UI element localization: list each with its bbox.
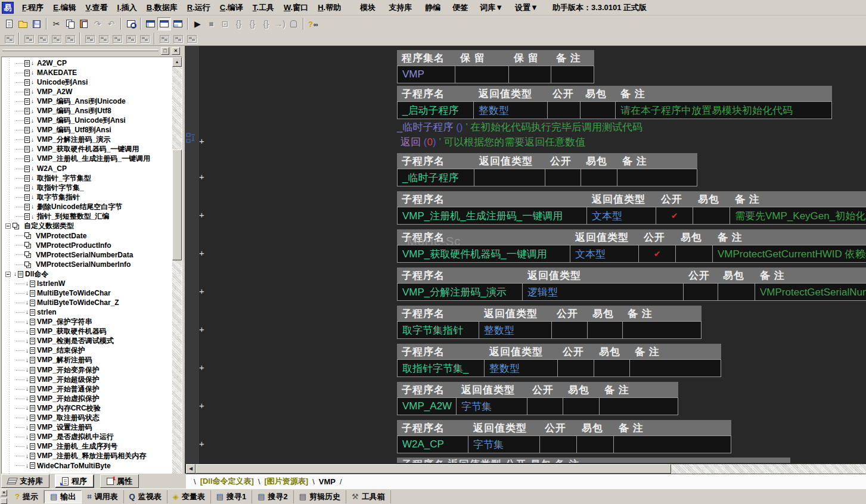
table-cell[interactable]: VMProtectGetCurrentHWID 依赖sdk <box>713 245 866 263</box>
tree-item[interactable]: ↓VMP_A2W <box>2 87 172 97</box>
table-cell[interactable] <box>614 435 731 453</box>
tree-item[interactable]: ↓VMP_取注册码状态 <box>2 413 172 422</box>
table-cell[interactable] <box>551 66 594 83</box>
tree-item[interactable]: ↓取字节集指针 <box>2 192 172 202</box>
scroll-up-icon[interactable]: ▲ <box>172 57 182 67</box>
menu-item[interactable]: E.编辑 <box>48 1 80 14</box>
status-button-搜寻2[interactable]: ▤搜寻2 <box>252 490 294 503</box>
panel-tab-程序[interactable]: 程序 <box>55 474 94 488</box>
table-cell[interactable]: 整数型 <box>479 321 552 339</box>
panel-tab-支持库[interactable]: 支持库 <box>1 474 49 488</box>
table-cell[interactable]: 文本型 <box>570 245 639 263</box>
tree-item[interactable]: ↓VMP_检测是否调试模式 <box>2 337 172 346</box>
new-file-icon[interactable] <box>2 17 16 30</box>
table-cell[interactable]: 整数型 <box>474 101 548 119</box>
tree-item[interactable]: ↓VMP_编码_Ansi到Unicode <box>2 97 172 106</box>
tree-item[interactable]: ↓取指针字节集_ <box>2 183 172 192</box>
fit-both-icon[interactable] <box>185 32 198 45</box>
tree-item[interactable]: 自定义数据类型 <box>2 222 172 231</box>
menu-item[interactable]: I.插入 <box>113 1 142 14</box>
tree-item[interactable]: VMProtectSerialNumberData <box>2 250 172 260</box>
tree-item[interactable]: ↓VMP_结束保护 <box>2 346 172 356</box>
align-bottom-icon[interactable] <box>63 32 77 45</box>
table-cell[interactable] <box>527 397 563 415</box>
table-cell[interactable] <box>558 359 594 377</box>
align-top-icon[interactable] <box>49 32 63 45</box>
tree-item[interactable]: ↓VMP_内存CRC校验 <box>2 403 172 413</box>
menu-item[interactable]: 静编 <box>420 1 445 14</box>
table-cell[interactable] <box>693 207 730 225</box>
menu-item[interactable]: C.编译 <box>215 1 248 14</box>
tree-item[interactable]: ↓VMP_编码_Ansi到Utf8 <box>2 106 172 116</box>
tree-item[interactable]: ↓A2W_CP <box>2 58 172 68</box>
center-vertical-icon[interactable] <box>97 32 110 45</box>
fit-height-icon[interactable] <box>171 32 185 45</box>
table-cell[interactable] <box>581 101 616 119</box>
help-search-icon[interactable]: ?∞ <box>306 17 320 30</box>
table-cell[interactable]: VMProtectGetSerialNumberData 依赖sdk <box>755 283 866 301</box>
cut-icon[interactable]: ✂ <box>49 17 63 30</box>
scrollbar-thumb[interactable] <box>172 150 182 260</box>
menu-item[interactable]: V.查看 <box>80 1 112 14</box>
table-cell[interactable]: 逻辑型 <box>523 283 684 301</box>
table-cell[interactable] <box>718 283 755 301</box>
menu-item[interactable]: H.帮助 <box>313 1 346 14</box>
tree-item[interactable]: ↓VMP_设置注册码 <box>2 423 172 433</box>
table-cell[interactable]: 文本型 <box>587 207 656 225</box>
table-cell[interactable] <box>623 321 702 339</box>
table-cell[interactable] <box>577 435 614 453</box>
table-cell[interactable]: 字节集 <box>468 435 540 453</box>
doc-tab-active[interactable]: VMP <box>319 477 336 486</box>
tree-item[interactable]: ↓VMP_获取硬件机器码 <box>2 327 172 337</box>
tree-item[interactable]: ↓VMP_解析注册码 <box>2 356 172 365</box>
grid-settings-icon[interactable] <box>2 32 16 45</box>
menu-item[interactable]: 模块 <box>355 1 380 14</box>
tree-item[interactable]: ↓VMP_开始虚拟保护 <box>2 394 172 403</box>
table-cell[interactable]: VMP_注册机_生成注册码_一键调用 <box>397 207 587 225</box>
tree-item[interactable]: ↓VMP_开始变异保护 <box>2 365 172 375</box>
doc-tab-item[interactable]: [Dll命令定义表] <box>200 476 254 487</box>
table-cell[interactable]: VMP_分解注册码_演示 <box>397 283 523 301</box>
table-cell[interactable] <box>455 66 509 83</box>
menu-item[interactable]: W.窗口 <box>279 1 313 14</box>
open-file-icon[interactable] <box>16 17 30 30</box>
tree-item[interactable]: ↓取指针_字节集型 <box>2 173 172 183</box>
space-equal-h-icon[interactable] <box>110 32 124 45</box>
table-cell[interactable] <box>552 321 588 339</box>
tree-item[interactable]: ↓VMP_开始普通保护 <box>2 384 172 394</box>
layout-bottom-icon[interactable] <box>171 17 185 30</box>
tree-item[interactable]: ↓Unicode到Ansi <box>2 77 172 87</box>
fold-plus-icon[interactable]: + <box>199 137 204 145</box>
table-cell[interactable]: 取指针字节集_ <box>397 359 485 377</box>
tree-item[interactable]: ↓VMP_编码_Unicode到Ansi <box>2 116 172 126</box>
status-button-调用表[interactable]: ⌗调用表 <box>82 490 123 503</box>
tree-item[interactable]: ↓W2A_CP <box>2 164 172 173</box>
tree-item[interactable]: ↓VMP_注册机_生成注册码_一键调用 <box>2 154 172 164</box>
size-equal-icon[interactable] <box>138 32 151 45</box>
panel-close-button[interactable]: × <box>172 47 180 55</box>
panel-grabber[interactable] <box>2 49 159 51</box>
menu-item[interactable]: F.程序 <box>17 1 48 14</box>
tree-item[interactable]: ↓Dll命令 <box>2 269 172 279</box>
layout-top-icon[interactable] <box>157 17 171 30</box>
table-cell[interactable] <box>548 101 581 119</box>
output-panel-close-icon[interactable]: × <box>1 490 7 496</box>
align-right-icon[interactable] <box>36 32 49 45</box>
hscrollbar-thumb[interactable] <box>195 464 671 474</box>
tree-item[interactable]: ↓VMP_分解注册码_演示 <box>2 135 172 145</box>
tree-item[interactable]: ↓VMP_是否虚拟机中运行 <box>2 433 172 442</box>
table-cell[interactable] <box>594 359 630 377</box>
fold-plus-icon[interactable]: + <box>199 249 204 257</box>
table-cell[interactable]: 字节集 <box>457 397 527 415</box>
menu-item[interactable]: T.工具 <box>248 1 279 14</box>
table-cell[interactable]: ✔ <box>656 207 693 225</box>
panel-maximize-button[interactable]: □ <box>161 47 169 55</box>
tree-scrollbar[interactable]: ▲ ▼ <box>172 57 182 504</box>
status-button-工具箱[interactable]: ⚒工具箱 <box>346 490 391 503</box>
tree-item[interactable]: ↓MultiByteToWideChar_Z <box>2 298 172 307</box>
menu-item[interactable]: 支持库 <box>384 1 417 14</box>
menu-item[interactable]: B.数据库 <box>142 1 182 14</box>
menu-item[interactable]: R.运行 <box>182 1 215 14</box>
paste-icon[interactable] <box>77 17 91 30</box>
tree-item[interactable]: ↓VMP_开始超级保护 <box>2 375 172 384</box>
